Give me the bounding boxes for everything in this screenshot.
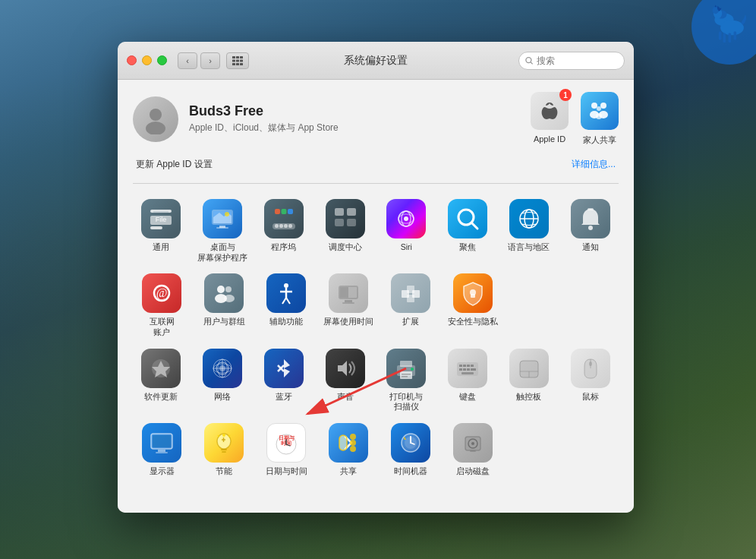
pref-datetime[interactable]: 日期与时间 日期与时间 xyxy=(257,420,315,480)
svg-rect-119 xyxy=(221,449,227,450)
users-icon xyxy=(204,273,244,313)
svg-point-132 xyxy=(350,434,356,440)
pref-software[interactable]: 软件更新 xyxy=(133,346,190,415)
svg-rect-108 xyxy=(461,372,474,374)
pref-displays[interactable]: 显示器 xyxy=(133,420,191,480)
svg-rect-47 xyxy=(288,224,292,228)
back-button[interactable]: ‹ xyxy=(178,52,197,69)
timemachine-icon xyxy=(391,423,430,463)
keyboard-label: 键盘 xyxy=(459,392,476,403)
search-bar[interactable] xyxy=(518,52,625,70)
close-button[interactable] xyxy=(127,55,137,65)
detail-link[interactable]: 详细信息... xyxy=(572,158,616,171)
notification-badge: 1 xyxy=(559,89,572,101)
pref-sharing[interactable]: 共享 xyxy=(320,420,377,480)
svg-rect-11 xyxy=(232,56,235,58)
prefs-row-1: File 通用 桌面与屏幕保护程序 程序坞 xyxy=(133,196,619,266)
family-sharing-action[interactable]: 家人共享 xyxy=(581,92,619,146)
pref-timemachine[interactable]: 时间机器 xyxy=(382,420,439,480)
pref-security[interactable]: 安全性与隐私 xyxy=(444,270,502,340)
pref-startup[interactable]: 启动磁盘 xyxy=(444,420,502,480)
minimize-button[interactable] xyxy=(142,55,152,65)
general-icon: File xyxy=(141,199,181,238)
profile-actions: 1 Apple ID xyxy=(531,92,619,146)
screentime-icon xyxy=(329,273,368,313)
svg-point-29 xyxy=(596,113,602,119)
apple-logo-icon xyxy=(538,99,561,122)
horse-logo xyxy=(673,0,756,84)
svg-point-24 xyxy=(591,103,597,109)
pref-accessibility[interactable]: 辅助功能 xyxy=(257,270,315,340)
family-sharing-icon xyxy=(581,92,619,130)
bluetooth-icon xyxy=(264,349,304,388)
network-icon xyxy=(203,349,242,388)
grid-view-button[interactable] xyxy=(226,52,249,69)
svg-rect-116 xyxy=(158,450,165,452)
mission-label: 调度中心 xyxy=(329,242,362,253)
forward-button[interactable]: › xyxy=(200,52,220,69)
family-icon-wrap xyxy=(581,92,619,130)
svg-rect-115 xyxy=(153,435,171,447)
svg-rect-81 xyxy=(407,286,414,293)
svg-rect-51 xyxy=(347,219,356,226)
datetime-label: 日期与时间 xyxy=(266,466,307,477)
svg-point-113 xyxy=(589,362,592,366)
svg-rect-98 xyxy=(402,376,408,377)
pref-desktop[interactable]: 桌面与屏幕保护程序 xyxy=(194,196,251,266)
pref-notifications[interactable]: 通知 xyxy=(562,196,619,266)
svg-line-21 xyxy=(531,62,533,64)
svg-point-68 xyxy=(224,295,235,302)
svg-rect-49 xyxy=(347,208,356,216)
svg-point-23 xyxy=(146,122,165,134)
siri-icon xyxy=(386,199,426,238)
pref-screentime[interactable]: 屏幕使用时间 xyxy=(320,270,377,340)
pref-users[interactable]: 用户与群组 xyxy=(195,270,253,340)
bluetooth-label: 蓝牙 xyxy=(276,392,292,403)
pref-network[interactable]: 网络 xyxy=(194,346,251,415)
svg-point-141 xyxy=(471,442,474,445)
pref-bluetooth[interactable]: 蓝牙 xyxy=(256,346,313,415)
pref-general[interactable]: File 通用 xyxy=(133,196,190,266)
profile-subtitle: Apple ID、iCloud、媒体与 App Store xyxy=(189,122,520,134)
svg-rect-82 xyxy=(407,295,414,302)
search-input[interactable] xyxy=(537,55,618,66)
svg-rect-41 xyxy=(275,209,280,214)
pref-keyboard[interactable]: 键盘 xyxy=(439,346,496,415)
svg-rect-46 xyxy=(284,224,288,228)
pref-mission[interactable]: 调度中心 xyxy=(317,196,373,266)
svg-point-133 xyxy=(350,440,356,446)
pref-energy[interactable]: 节能 xyxy=(195,420,253,480)
pref-extensions[interactable]: 扩展 xyxy=(382,270,439,340)
fullscreen-button[interactable] xyxy=(157,55,167,65)
pref-mouse[interactable]: 鼠标 xyxy=(562,346,619,415)
svg-rect-107 xyxy=(471,368,476,371)
avatar[interactable] xyxy=(133,96,178,142)
svg-rect-12 xyxy=(236,56,239,58)
pref-printers[interactable]: 打印机与扫描仪 xyxy=(378,346,435,415)
svg-rect-100 xyxy=(459,365,462,367)
svg-rect-5 xyxy=(729,33,732,43)
pref-trackpad[interactable]: 触控板 xyxy=(501,346,558,415)
svg-rect-14 xyxy=(232,59,235,62)
svg-point-69 xyxy=(284,283,288,288)
printers-icon xyxy=(386,349,426,388)
pref-siri[interactable]: Siri xyxy=(378,196,435,266)
pref-language[interactable]: 语言与地区 xyxy=(501,196,558,266)
svg-point-28 xyxy=(597,106,601,111)
pref-dock[interactable]: 程序坞 xyxy=(256,196,313,266)
pref-internet[interactable]: @ 互联网账户 xyxy=(133,270,191,340)
notifications-label: 通知 xyxy=(582,242,599,253)
update-text: 更新 Apple ID 设置 xyxy=(136,158,213,171)
svg-rect-95 xyxy=(400,371,412,379)
svg-line-73 xyxy=(286,298,290,304)
screentime-label: 屏幕使用时间 xyxy=(323,317,373,327)
timemachine-label: 时间机器 xyxy=(394,466,427,477)
pref-sound[interactable]: 声音 xyxy=(317,346,373,415)
prefs-row-2: @ 互联网账户 用户与群组 辅助功能 xyxy=(133,270,619,340)
svg-text:File: File xyxy=(156,216,167,223)
svg-rect-97 xyxy=(402,374,411,375)
svg-point-20 xyxy=(526,57,531,62)
pref-spotlight[interactable]: 聚焦 xyxy=(439,196,496,266)
sharing-label: 共享 xyxy=(340,466,357,477)
apple-id-action[interactable]: 1 Apple ID xyxy=(531,92,569,146)
